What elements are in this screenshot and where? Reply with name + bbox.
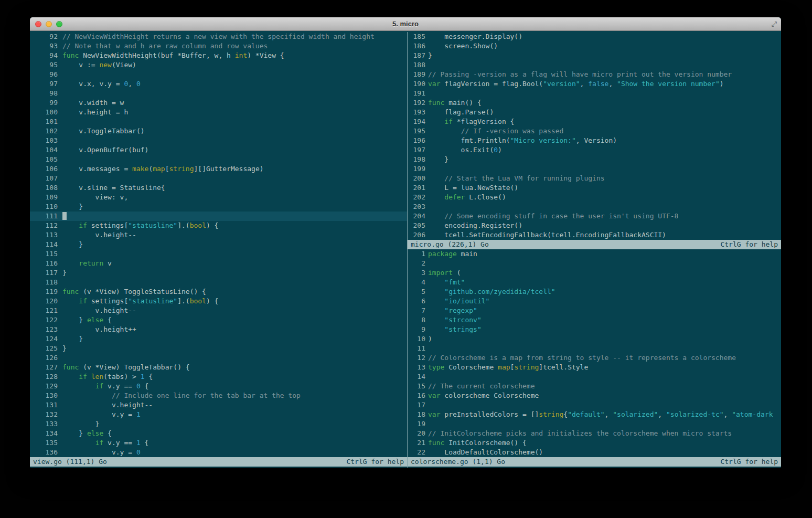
code-line[interactable]: 17 — [408, 400, 781, 410]
editor-pane-micro-go[interactable]: 185 messenger.Display()186 screen.Show()… — [408, 32, 781, 240]
code-line[interactable]: 102 v.ToggleTabbar() — [30, 126, 407, 136]
code-line[interactable]: 113 v.height-- — [30, 230, 407, 240]
code-line[interactable]: 202 defer L.Close() — [408, 193, 781, 202]
code-line[interactable]: 189// Passing -version as a flag will ha… — [408, 70, 781, 79]
code-line[interactable]: 97 v.x, v.y = 0, 0 — [30, 79, 407, 89]
code-line[interactable]: 110 } — [30, 202, 407, 212]
code-line[interactable]: 195 // If -version was passed — [408, 126, 781, 136]
code-line[interactable]: 22 LoadDefaultColorscheme() — [408, 448, 781, 457]
code-line[interactable]: 109 view: v, — [30, 193, 407, 202]
code-line[interactable]: 16var colorscheme Colorscheme — [408, 391, 781, 400]
line-number: 200 — [408, 174, 428, 183]
window-titlebar[interactable]: 5. micro ⤢ — [30, 17, 781, 31]
code-line[interactable]: 136 v.y = 0 — [30, 448, 407, 457]
code-line[interactable]: 6 "io/ioutil" — [408, 297, 781, 306]
code-line[interactable]: 92// NewViewWidthHeight returns a new vi… — [30, 32, 407, 41]
code-line[interactable]: 123 v.height++ — [30, 325, 407, 334]
code-text: } — [62, 344, 407, 353]
code-line[interactable]: 131 v.height-- — [30, 400, 407, 410]
code-line[interactable]: 21func InitColorscheme() { — [408, 438, 781, 448]
code-line[interactable]: 134 } else { — [30, 429, 407, 438]
code-line[interactable]: 196 fmt.Println("Micro version:", Versio… — [408, 136, 781, 145]
code-line[interactable]: 122 } else { — [30, 315, 407, 325]
code-line[interactable]: 206 tcell.SetEncodingFallback(tcell.Enco… — [408, 230, 781, 240]
code-line[interactable]: 107 — [30, 174, 407, 183]
code-line[interactable]: 116 return v — [30, 259, 407, 268]
code-line[interactable]: 93// Note that w and h are raw column an… — [30, 41, 407, 51]
code-line[interactable]: 94func NewViewWidthHeight(buf *Buffer, w… — [30, 51, 407, 60]
code-line[interactable]: 101 — [30, 117, 407, 126]
code-line[interactable]: 111 — [30, 212, 407, 221]
code-line[interactable]: 104 v.OpenBuffer(buf) — [30, 145, 407, 155]
code-line[interactable]: 126 — [30, 353, 407, 363]
code-line[interactable]: 192func main() { — [408, 98, 781, 108]
code-line[interactable]: 135 if v.y == 1 { — [30, 438, 407, 448]
code-line[interactable]: 1package main — [408, 249, 781, 259]
code-line[interactable]: 18var preInstalledColors = []string{"def… — [408, 410, 781, 419]
code-line[interactable]: 14 — [408, 372, 781, 382]
code-line[interactable]: 8 "strconv" — [408, 315, 781, 325]
code-line[interactable]: 15// The current colorscheme — [408, 382, 781, 391]
code-line[interactable]: 12// Colorscheme is a map from string to… — [408, 353, 781, 363]
code-line[interactable]: 121 v.height-- — [30, 306, 407, 315]
code-line[interactable]: 132 v.y = 1 — [30, 410, 407, 419]
code-line[interactable]: 108 v.sline = Statusline{ — [30, 183, 407, 193]
code-line[interactable]: 10) — [408, 334, 781, 344]
code-line[interactable]: 133 } — [30, 419, 407, 429]
code-line[interactable]: 20// InitColorscheme picks and initializ… — [408, 429, 781, 438]
code-line[interactable]: 191 — [408, 89, 781, 98]
code-line[interactable]: 98 — [30, 89, 407, 98]
code-line[interactable]: 129 if v.y == 0 { — [30, 382, 407, 391]
code-line[interactable]: 3import ( — [408, 268, 781, 278]
code-line[interactable]: 2 — [408, 259, 781, 268]
code-line[interactable]: 125} — [30, 344, 407, 353]
code-line[interactable]: 187} — [408, 51, 781, 60]
code-line[interactable]: 11 — [408, 344, 781, 353]
code-text — [62, 89, 407, 98]
code-line[interactable]: 127func (v *View) ToggleTabbar() { — [30, 363, 407, 372]
resize-icon[interactable]: ⤢ — [772, 20, 777, 28]
code-line[interactable]: 190var flagVersion = flag.Bool("version"… — [408, 79, 781, 89]
code-line[interactable]: 100 v.height = h — [30, 108, 407, 117]
editor-pane-view-go[interactable]: 92// NewViewWidthHeight returns a new vi… — [30, 32, 407, 457]
code-line[interactable]: 118 — [30, 278, 407, 287]
code-line[interactable]: 112 if settings["statusline"].(bool) { — [30, 221, 407, 230]
code-line[interactable]: 120 if settings["statusline"].(bool) { — [30, 297, 407, 306]
code-line[interactable]: 9 "strings" — [408, 325, 781, 334]
code-line[interactable]: 130 // Include one line for the tab bar … — [30, 391, 407, 400]
editor-pane-colorscheme-go[interactable]: 1package main23import (4 "fmt"5 "github.… — [408, 249, 781, 457]
code-line[interactable]: 95 v := new(View) — [30, 60, 407, 70]
code-line[interactable]: 5 "github.com/zyedidia/tcell" — [408, 287, 781, 297]
line-number: 93 — [30, 41, 62, 51]
code-line[interactable]: 186 screen.Show() — [408, 41, 781, 51]
code-line[interactable]: 13type Colorscheme map[string]tcell.Styl… — [408, 363, 781, 372]
code-line[interactable]: 99 v.width = w — [30, 98, 407, 108]
code-line[interactable]: 204 // Some encoding stuff in case the u… — [408, 212, 781, 221]
code-line[interactable]: 194 if *flagVersion { — [408, 117, 781, 126]
code-line[interactable]: 199 — [408, 164, 781, 174]
code-line[interactable]: 201 L = lua.NewState() — [408, 183, 781, 193]
code-line[interactable]: 198 } — [408, 155, 781, 164]
code-line[interactable]: 188 — [408, 60, 781, 70]
code-line[interactable]: 197 os.Exit(0) — [408, 145, 781, 155]
code-line[interactable]: 124 } — [30, 334, 407, 344]
code-line[interactable]: 4 "fmt" — [408, 278, 781, 287]
code-line[interactable]: 203 — [408, 202, 781, 212]
code-line[interactable]: 119func (v *View) ToggleStatusLine() { — [30, 287, 407, 297]
code-line[interactable]: 105 — [30, 155, 407, 164]
code-text — [62, 70, 407, 79]
code-line[interactable]: 193 flag.Parse() — [408, 108, 781, 117]
line-number: 97 — [30, 79, 62, 89]
code-line[interactable]: 115 — [30, 249, 407, 259]
code-line[interactable]: 19 — [408, 419, 781, 429]
code-line[interactable]: 205 encoding.Register() — [408, 221, 781, 230]
code-line[interactable]: 96 — [30, 70, 407, 79]
code-line[interactable]: 128 if len(tabs) > 1 { — [30, 372, 407, 382]
code-line[interactable]: 117} — [30, 268, 407, 278]
code-line[interactable]: 106 v.messages = make(map[string][]Gutte… — [30, 164, 407, 174]
code-line[interactable]: 200 // Start the Lua VM for running plug… — [408, 174, 781, 183]
code-line[interactable]: 185 messenger.Display() — [408, 32, 781, 41]
code-line[interactable]: 114 } — [30, 240, 407, 249]
code-line[interactable]: 7 "regexp" — [408, 306, 781, 315]
code-line[interactable]: 103 — [30, 136, 407, 145]
